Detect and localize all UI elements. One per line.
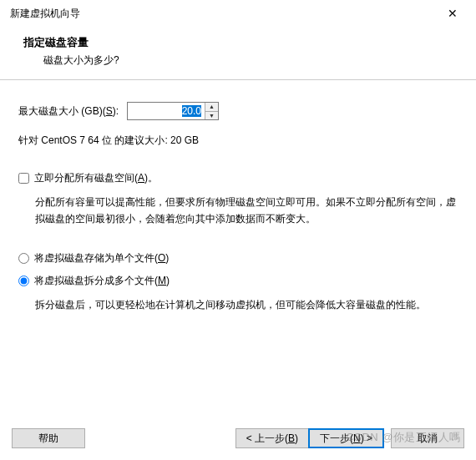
disk-size-label: 最大磁盘大小 (GB)(S): [18,104,119,119]
allocate-now-label[interactable]: 立即分配所有磁盘空间(A)。 [34,171,158,185]
allocate-now-description: 分配所有容量可以提高性能，但要求所有物理磁盘空间立即可用。如果不立即分配所有空间… [18,194,458,228]
allocate-now-row: 立即分配所有磁盘空间(A)。 [18,171,458,185]
close-icon: ✕ [448,7,458,20]
cancel-button[interactable]: 取消 [391,428,464,448]
next-button[interactable]: 下一步(N) > [308,428,384,448]
single-file-row: 将虚拟磁盘存储为单个文件(O) [18,251,458,265]
title-bar: 新建虚拟机向导 ✕ [0,0,476,27]
recommended-size-text: 针对 CentOS 7 64 位 的建议大小: 20 GB [18,134,458,148]
allocate-now-checkbox[interactable] [18,173,29,184]
spinner-down-button[interactable]: ▼ [205,112,218,120]
single-file-radio[interactable] [18,253,29,264]
wizard-footer: 帮助 < 上一步(B) 下一步(N) > 取消 [0,420,476,460]
spinner-buttons: ▲ ▼ [205,103,218,119]
disk-size-spinner[interactable]: ▲ ▼ [127,102,219,120]
wizard-header: 指定磁盘容量 磁盘大小为多少? [0,27,476,80]
nav-button-group: < 上一步(B) 下一步(N) > [235,428,384,448]
page-title: 指定磁盘容量 [23,35,456,50]
wizard-content: 最大磁盘大小 (GB)(S): ▲ ▼ 针对 CentOS 7 64 位 的建议… [0,80,476,422]
multi-file-radio[interactable] [18,275,29,286]
disk-size-row: 最大磁盘大小 (GB)(S): ▲ ▼ [18,102,458,120]
spinner-up-button[interactable]: ▲ [205,103,218,112]
single-file-label[interactable]: 将虚拟磁盘存储为单个文件(O) [34,251,169,265]
multi-file-row: 将虚拟磁盘拆分成多个文件(M) [18,274,458,288]
split-description: 拆分磁盘后，可以更轻松地在计算机之间移动虚拟机，但可能会降低大容量磁盘的性能。 [18,296,458,313]
disk-size-input[interactable] [128,103,205,119]
multi-file-label[interactable]: 将虚拟磁盘拆分成多个文件(M) [34,274,170,288]
back-button[interactable]: < 上一步(B) [235,428,309,448]
page-subtitle: 磁盘大小为多少? [23,53,456,68]
help-button[interactable]: 帮助 [12,428,85,448]
close-button[interactable]: ✕ [436,2,469,25]
window-title: 新建虚拟机向导 [10,7,436,21]
